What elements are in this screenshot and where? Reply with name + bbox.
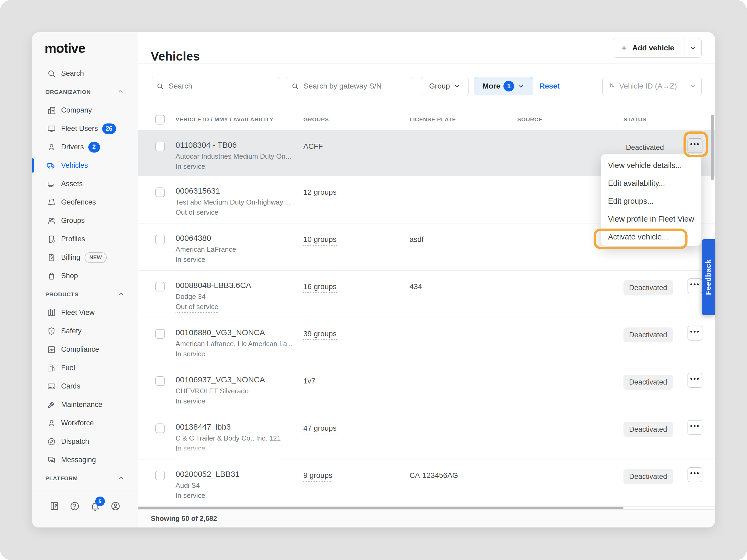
vehicle-search-field[interactable] [151, 77, 280, 95]
row-checkbox[interactable] [155, 141, 165, 151]
sidebar-item-messaging[interactable]: Messaging [32, 451, 138, 469]
row-checkbox[interactable] [155, 282, 165, 291]
table-row[interactable]: 00088048-LBB3.6CADodge 34Out of service1… [138, 271, 715, 318]
groups-value[interactable]: 47 groups [303, 424, 337, 432]
sidebar: motive Search ORGANIZATIONCompanyFleet U… [32, 32, 138, 528]
row-actions-button[interactable] [688, 138, 702, 153]
help-icon[interactable] [69, 501, 80, 511]
menu-item-view-vehicle-details[interactable]: View vehicle details... [601, 157, 701, 175]
vehicle-id[interactable]: 00088048-LBB3.6CA [176, 281, 251, 290]
sidebar-item-billing[interactable]: BillingNEW [32, 248, 138, 267]
sidebar-item-label: Maintenance [61, 401, 102, 409]
sidebar-item-label: Dispatch [61, 437, 89, 446]
billing-icon [47, 253, 56, 262]
sidebar-item-label: Assets [61, 180, 83, 188]
sidebar-item-fleet-view[interactable]: Fleet View [32, 303, 138, 322]
table-row[interactable]: 00138447_lbb3C & C Trailer & Body Co., I… [138, 412, 715, 459]
sidebar-item-dispatch[interactable]: Dispatch [32, 432, 138, 451]
sidebar-item-drivers[interactable]: Drivers2 [32, 138, 138, 156]
chevron-up-icon [118, 475, 124, 482]
sidebar-item-shop[interactable]: Shop [32, 267, 138, 285]
groups-value[interactable]: 39 groups [303, 329, 337, 338]
gateway-search-field[interactable] [286, 77, 414, 95]
groups-value[interactable]: 16 groups [303, 283, 337, 291]
section-header-platform[interactable]: PLATFORM [32, 469, 138, 487]
vehicle-mmy: Audi S4 [176, 481, 200, 489]
vehicle-id[interactable]: 00106937_VG3_NONCA [176, 375, 265, 384]
menu-item-edit-groups[interactable]: Edit groups... [601, 192, 701, 210]
sort-dropdown[interactable]: Vehicle ID (A→Z) [602, 77, 702, 95]
menu-item-view-profile-in-fleet-view[interactable]: View profile in Fleet View [601, 210, 701, 228]
vehicle-id[interactable]: 01108304 - TB06 [176, 140, 237, 150]
sidebar-item-fuel[interactable]: Fuel [32, 359, 138, 377]
sidebar-item-fleet-users[interactable]: Fleet Users26 [32, 119, 138, 138]
guide-icon[interactable] [49, 501, 60, 511]
vehicle-id[interactable]: 00138447_lbb3 [176, 422, 231, 431]
column-header-source[interactable]: SOURCE [517, 109, 543, 130]
sidebar-item-cards[interactable]: Cards [32, 377, 138, 396]
sidebar-item-workforce[interactable]: Workforce [32, 414, 138, 432]
sidebar-item-compliance[interactable]: Compliance [32, 340, 138, 359]
group-filter-dropdown[interactable]: Group [421, 77, 469, 95]
vehicle-id[interactable]: 00200052_LBB31 [176, 470, 239, 479]
app-viewport: motive Search ORGANIZATIONCompanyFleet U… [0, 0, 747, 560]
feedback-tab[interactable]: Feedback [702, 239, 715, 315]
row-checkbox[interactable] [155, 376, 165, 386]
row-actions-button[interactable] [688, 326, 702, 341]
search-input[interactable] [168, 82, 258, 91]
add-vehicle-dropdown[interactable] [685, 38, 701, 57]
sidebar-item-safety[interactable]: Safety [32, 322, 138, 340]
column-header-groups[interactable]: GROUPS [303, 109, 329, 130]
row-checkbox[interactable] [155, 329, 165, 339]
sidebar-search[interactable]: Search [32, 64, 138, 83]
sidebar-item-geofences[interactable]: Geofences [32, 193, 138, 211]
sidebar-item-assets[interactable]: Assets [32, 175, 138, 193]
row-checkbox[interactable] [155, 471, 165, 480]
account-icon[interactable] [110, 501, 121, 511]
sidebar-item-groups[interactable]: Groups [32, 211, 138, 230]
horizontal-scrollbar[interactable] [138, 507, 623, 509]
table-row[interactable]: 00200052_LBB31Audi S4In service9 groupsC… [138, 459, 715, 507]
section-header-organization[interactable]: ORGANIZATION [32, 83, 138, 101]
groups-value[interactable]: 12 groups [303, 188, 337, 196]
select-all-checkbox[interactable] [155, 115, 165, 125]
row-actions-button[interactable] [688, 467, 702, 482]
column-header-vehicle-id[interactable]: VEHICLE ID / MMY / AVAILABILITY [176, 109, 274, 130]
table-row[interactable]: 00106880_VG3_NONCAAmerican Lafrance, Llc… [138, 318, 715, 365]
vehicle-mmy: C & C Trailer & Body Co., Inc. 121 [176, 434, 281, 443]
row-checkbox[interactable] [155, 187, 165, 197]
sidebar-item-maintenance[interactable]: Maintenance [32, 396, 138, 414]
menu-item-edit-availability[interactable]: Edit availability... [601, 175, 701, 192]
groups-value[interactable]: 10 groups [303, 235, 337, 244]
section-header-products[interactable]: PRODUCTS [32, 285, 138, 303]
vehicle-id[interactable]: 00064380 [176, 234, 211, 243]
groups-value[interactable]: 9 groups [303, 471, 332, 480]
row-actions-button[interactable] [688, 420, 702, 435]
row-actions-button[interactable] [688, 278, 702, 293]
sidebar-item-label: Drivers [61, 143, 84, 151]
row-actions-button[interactable] [688, 373, 702, 388]
status-badge: Deactivated [623, 140, 664, 155]
sidebar-item-vehicles[interactable]: Vehicles [32, 156, 138, 175]
menu-item-activate-vehicle[interactable]: Activate vehicle... [601, 228, 701, 246]
column-header-license-plate[interactable]: LICENSE PLATE [410, 109, 456, 130]
vehicle-id[interactable]: 0006315631 [176, 186, 220, 195]
fuel-icon [47, 364, 56, 373]
more-filters-dropdown[interactable]: More 1 [474, 77, 533, 95]
vehicle-id[interactable]: 00106880_VG3_NONCA [176, 328, 265, 337]
row-checkbox[interactable] [155, 235, 165, 244]
sidebar-item-company[interactable]: Company [32, 101, 138, 119]
vertical-scrollbar-thumb[interactable] [711, 115, 714, 180]
sidebar-item-profiles[interactable]: Profiles [32, 230, 138, 248]
table-row[interactable]: 00106937_VG3_NONCACHEVROLET SilveradoIn … [138, 365, 715, 412]
row-checkbox[interactable] [155, 424, 165, 433]
motive-logo: motive [45, 41, 85, 56]
ellipsis-icon [690, 330, 700, 336]
column-header-status[interactable]: STATUS [623, 109, 646, 130]
gateway-search-input[interactable] [303, 82, 393, 91]
add-vehicle-button[interactable]: Add vehicle [613, 38, 702, 58]
sort-arrows-icon [608, 82, 616, 91]
reset-filters-button[interactable]: Reset [539, 77, 560, 95]
status-badge: Deactivated [623, 327, 673, 342]
notifications-icon[interactable]: 5 [90, 501, 101, 511]
